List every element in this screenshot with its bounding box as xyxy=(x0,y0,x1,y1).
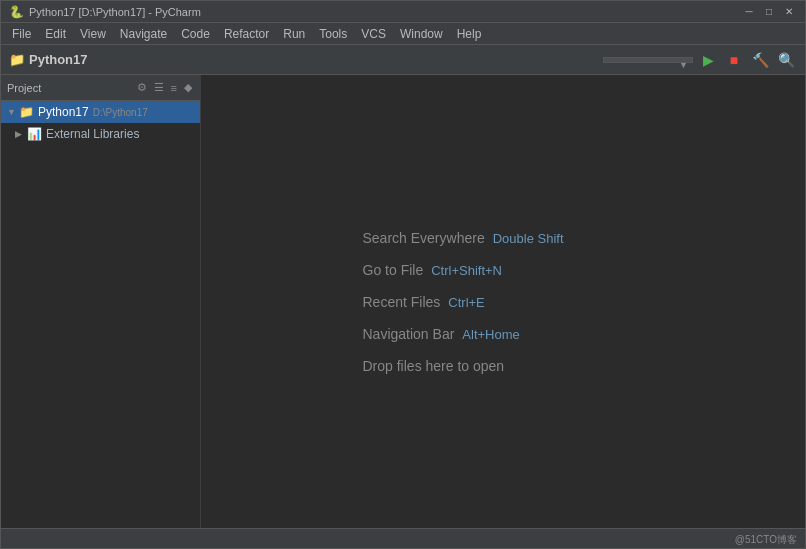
menu-item-run[interactable]: Run xyxy=(276,25,312,43)
toolbar-project-name: Python17 xyxy=(29,52,88,67)
main-area: Project ⚙ ☰ ≡ ◆ ▼ 📁 Python17 D:\Python17… xyxy=(1,75,805,528)
sidebar-header: Project ⚙ ☰ ≡ ◆ xyxy=(1,75,200,101)
sidebar-sort-icon[interactable]: ☰ xyxy=(152,80,166,95)
stop-button[interactable]: ■ xyxy=(723,49,745,71)
tree-arrow-python17: ▼ xyxy=(7,107,17,117)
shortcut-row-recent: Recent Files Ctrl+E xyxy=(363,294,564,310)
menu-item-view[interactable]: View xyxy=(73,25,113,43)
search-everywhere-label: Search Everywhere xyxy=(363,230,485,246)
tree-item-python17[interactable]: ▼ 📁 Python17 D:\Python17 xyxy=(1,101,200,123)
run-config-dropdown[interactable]: ▼ xyxy=(603,57,693,63)
menu-item-window[interactable]: Window xyxy=(393,25,450,43)
menu-item-file[interactable]: File xyxy=(5,25,38,43)
tree-arrow-external: ▶ xyxy=(15,129,25,139)
title-bar: 🐍 Python17 [D:\Python17] - PyCharm ─ □ ✕ xyxy=(1,1,805,23)
minimize-button[interactable]: ─ xyxy=(741,5,757,19)
tree-label-external-libraries: External Libraries xyxy=(46,127,139,141)
shortcut-row-goto: Go to File Ctrl+Shift+N xyxy=(363,262,564,278)
maximize-button[interactable]: □ xyxy=(761,5,777,19)
toolbar-folder-icon: 📁 xyxy=(9,52,25,67)
welcome-content: Search Everywhere Double Shift Go to Fil… xyxy=(363,230,564,374)
title-bar-left: 🐍 Python17 [D:\Python17] - PyCharm xyxy=(9,5,201,19)
menu-item-navigate[interactable]: Navigate xyxy=(113,25,174,43)
shortcut-row-search: Search Everywhere Double Shift xyxy=(363,230,564,246)
recent-files-label: Recent Files xyxy=(363,294,441,310)
tree-item-external-libraries[interactable]: ▶ 📊 External Libraries xyxy=(1,123,200,145)
menu-item-tools[interactable]: Tools xyxy=(312,25,354,43)
sidebar: Project ⚙ ☰ ≡ ◆ ▼ 📁 Python17 D:\Python17… xyxy=(1,75,201,528)
sidebar-filter-icon[interactable]: ≡ xyxy=(169,80,179,95)
toolbar-right: ▼ ▶ ■ 🔨 🔍 xyxy=(603,49,797,71)
close-button[interactable]: ✕ xyxy=(781,5,797,19)
title-bar-title: Python17 [D:\Python17] - PyCharm xyxy=(29,6,201,18)
tree-label-python17: Python17 xyxy=(38,105,89,119)
app-icon: 🐍 xyxy=(9,5,23,19)
drop-files-row: Drop files here to open xyxy=(363,358,564,374)
search-everywhere-shortcut: Double Shift xyxy=(493,231,564,246)
status-watermark: @51CTO博客 xyxy=(735,533,797,547)
menu-item-vcs[interactable]: VCS xyxy=(354,25,393,43)
recent-files-shortcut: Ctrl+E xyxy=(448,295,484,310)
toolbar: 📁 Python17 ▼ ▶ ■ 🔨 🔍 xyxy=(1,45,805,75)
folder-icon-python17: 📁 xyxy=(19,105,34,119)
sidebar-header-icons: ⚙ ☰ ≡ ◆ xyxy=(135,80,194,95)
editor-area: Search Everywhere Double Shift Go to Fil… xyxy=(201,75,805,528)
sidebar-title: Project xyxy=(7,82,41,94)
shortcut-row-nav: Navigation Bar Alt+Home xyxy=(363,326,564,342)
status-bar: @51CTO博客 xyxy=(1,528,805,549)
library-icon: 📊 xyxy=(27,127,42,141)
menu-item-code[interactable]: Code xyxy=(174,25,217,43)
search-button[interactable]: 🔍 xyxy=(775,49,797,71)
goto-file-shortcut: Ctrl+Shift+N xyxy=(431,263,502,278)
menu-item-help[interactable]: Help xyxy=(450,25,489,43)
build-button[interactable]: 🔨 xyxy=(749,49,771,71)
toolbar-left: 📁 Python17 xyxy=(9,52,88,67)
run-button[interactable]: ▶ xyxy=(697,49,719,71)
drop-files-text: Drop files here to open xyxy=(363,358,505,374)
menu-item-edit[interactable]: Edit xyxy=(38,25,73,43)
sidebar-expand-icon[interactable]: ◆ xyxy=(182,80,194,95)
menu-bar: FileEditViewNavigateCodeRefactorRunTools… xyxy=(1,23,805,45)
title-bar-controls: ─ □ ✕ xyxy=(741,5,797,19)
tree-path-python17: D:\Python17 xyxy=(93,107,148,118)
goto-file-label: Go to File xyxy=(363,262,424,278)
nav-bar-shortcut: Alt+Home xyxy=(462,327,519,342)
menu-item-refactor[interactable]: Refactor xyxy=(217,25,276,43)
nav-bar-label: Navigation Bar xyxy=(363,326,455,342)
sidebar-gear-icon[interactable]: ⚙ xyxy=(135,80,149,95)
